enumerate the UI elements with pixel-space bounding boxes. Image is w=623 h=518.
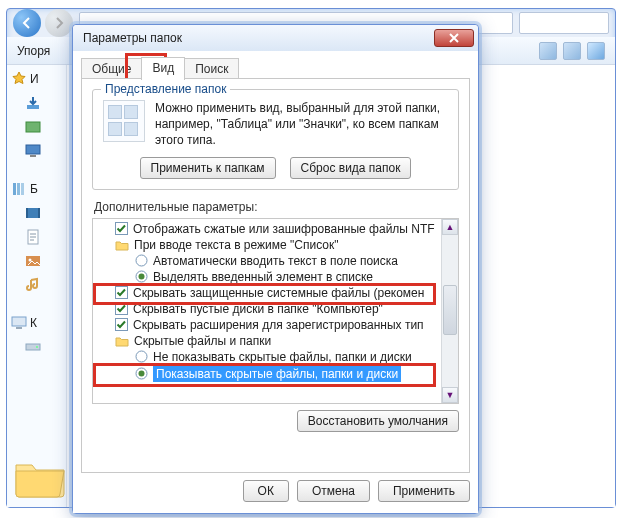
scroll-down-button[interactable]: ▼ [442,387,458,403]
tree-radio-item[interactable]: Автоматически вводить текст в поле поиск… [95,253,440,269]
scroll-track[interactable] [442,235,458,387]
recent-icon[interactable] [25,119,41,135]
tree-item-label: Автоматически вводить текст в поле поиск… [153,254,398,268]
svg-rect-2 [26,145,40,154]
svg-rect-4 [13,183,16,195]
tree-checkbox-item[interactable]: Скрывать пустые диски в папке "Компьютер… [95,301,440,317]
radio-icon [135,367,148,380]
dialog-button-row: ОК Отмена Применить [81,477,470,505]
help-icon[interactable] [587,42,605,60]
close-icon [448,33,460,43]
explorer-sidebar: И Б К [7,65,67,507]
svg-point-24 [136,351,147,362]
folder-views-group: Представление папок Можно применить вид,… [92,89,459,190]
tree-radio-item[interactable]: Выделять введенный элемент в списке [95,269,440,285]
view-mode-icon[interactable] [539,42,557,60]
svg-rect-14 [16,327,22,329]
svg-point-16 [36,346,38,348]
tree-item-label: Выделять введенный элемент в списке [153,270,373,284]
sidebar-libraries[interactable]: Б [11,181,38,197]
scroll-up-button[interactable]: ▲ [442,219,458,235]
dialog-title: Параметры папок [83,31,182,45]
tree-radio-item[interactable]: Показывать скрытые файлы, папки и диски [95,365,440,383]
tree-item-label: Скрытые файлы и папки [134,334,271,348]
restore-defaults-button[interactable]: Восстановить умолчания [297,410,459,432]
sidebar-favorites[interactable]: И [11,71,39,87]
svg-point-18 [136,255,147,266]
ok-button[interactable]: ОК [243,480,289,502]
tree-radio-item[interactable]: Не показывать скрытые файлы, папки и дис… [95,349,440,365]
advanced-settings-tree[interactable]: Отображать сжатые или зашифрованные файл… [92,218,459,404]
picture-icon[interactable] [25,253,41,269]
checkbox-icon [115,286,128,299]
svg-rect-0 [27,105,39,109]
cancel-button[interactable]: Отмена [297,480,370,502]
tree-folder[interactable]: При вводе текста в режиме "Список" [95,237,440,253]
sidebar-computer[interactable]: К [11,315,37,331]
tab-strip: Общие Вид Поиск [81,57,238,80]
tree-checkbox-item[interactable]: Скрывать защищенные системные файлы (рек… [95,285,440,301]
tab-general[interactable]: Общие [81,58,142,80]
tree-item-label: Отображать сжатые или зашифрованные файл… [133,222,435,236]
svg-rect-9 [38,208,40,218]
reset-folders-button[interactable]: Сброс вида папок [290,157,412,179]
views-icon [103,100,145,142]
tree-folder[interactable]: Скрытые файлы и папки [95,333,440,349]
music-icon[interactable] [25,277,41,293]
group-description: Можно применить вид, выбранный для этой … [155,100,448,149]
video-icon[interactable] [25,205,41,221]
toolbar-organize-label[interactable]: Упоря [17,44,50,58]
scroll-thumb[interactable] [443,285,457,335]
tree-checkbox-item[interactable]: Отображать сжатые или зашифрованные файл… [95,221,440,237]
tree-item-label: Скрывать расширения для зарегистрированн… [133,318,424,332]
scrollbar[interactable]: ▲ ▼ [441,219,458,403]
svg-point-26 [139,371,145,377]
folder-options-dialog: Параметры папок Общие Вид Поиск Представ… [72,24,479,514]
svg-rect-1 [26,122,40,132]
svg-rect-5 [17,183,20,195]
arrow-left-icon [20,16,34,30]
svg-rect-3 [30,155,36,157]
svg-rect-7 [26,208,40,218]
tree-checkbox-item[interactable]: Скрывать расширения для зарегистрированн… [95,317,440,333]
checkbox-icon [115,222,128,235]
radio-icon [135,254,148,267]
checkbox-icon [115,318,128,331]
star-icon [11,71,27,87]
svg-point-12 [29,259,32,262]
library-icon [11,181,27,197]
group-title: Представление папок [101,82,230,96]
tree-item-label: Показывать скрытые файлы, папки и диски [153,366,401,382]
folder-icon [115,239,129,251]
svg-rect-8 [26,208,28,218]
nav-forward-button[interactable] [45,9,73,37]
radio-icon [135,350,148,363]
tree-item-label: Скрывать пустые диски в папке "Компьютер… [133,302,383,316]
nav-back-button[interactable] [13,9,41,37]
checkbox-icon [115,302,128,315]
drive-icon[interactable] [25,339,41,355]
tree-item-label: Скрывать защищенные системные файлы (рек… [133,286,424,300]
radio-icon [135,270,148,283]
view-mode-icon[interactable] [563,42,581,60]
close-button[interactable] [434,29,474,47]
apply-to-folders-button[interactable]: Применить к папкам [140,157,276,179]
tab-search[interactable]: Поиск [184,58,239,80]
search-box[interactable] [519,12,609,34]
tree-item-label: При вводе текста в режиме "Список" [134,238,339,252]
tab-panel-view: Представление папок Можно применить вид,… [81,78,470,473]
desktop-icon[interactable] [25,143,41,159]
computer-icon [11,315,27,331]
folder-icon [13,457,67,499]
advanced-label: Дополнительные параметры: [94,200,459,214]
downloads-icon[interactable] [25,95,41,111]
apply-button[interactable]: Применить [378,480,470,502]
svg-point-20 [139,274,145,280]
dialog-titlebar[interactable]: Параметры папок [73,25,478,51]
svg-rect-13 [12,317,26,326]
tab-view[interactable]: Вид [141,57,185,80]
folder-icon [115,335,129,347]
document-icon[interactable] [25,229,41,245]
arrow-right-icon [52,16,66,30]
tree-item-label: Не показывать скрытые файлы, папки и дис… [153,350,412,364]
